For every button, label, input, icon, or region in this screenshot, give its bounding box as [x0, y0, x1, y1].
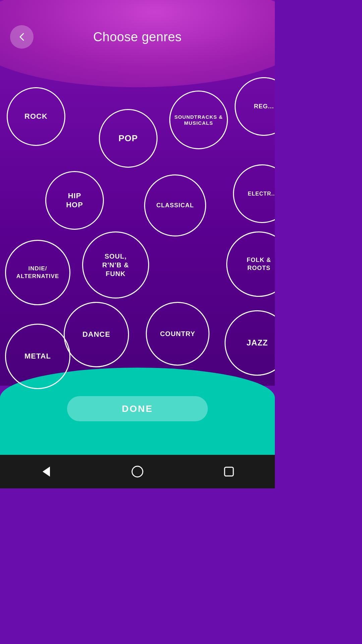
- genre-dance[interactable]: DANCE: [64, 302, 129, 367]
- genre-soul[interactable]: SOUL,R'N'B &FUNK: [82, 231, 149, 299]
- genre-jazz[interactable]: JAZZ: [225, 310, 275, 376]
- done-button[interactable]: DONE: [67, 396, 208, 421]
- genre-reggae[interactable]: REG...: [235, 77, 275, 136]
- bubbles-area: ROCK POP SOUNDTRACKS & MUSICALS REG... H…: [0, 67, 275, 386]
- genre-rock[interactable]: ROCK: [7, 87, 65, 146]
- svg-rect-2: [225, 467, 233, 476]
- genre-pop[interactable]: POP: [99, 109, 158, 168]
- app-container: Choose genres ROCK POP SOUNDTRACKS & MUS…: [0, 0, 275, 488]
- genre-indie[interactable]: INDIE/ALTERNATIVE: [5, 240, 70, 305]
- nav-back-icon[interactable]: [38, 463, 54, 480]
- genre-country[interactable]: COUNTRY: [146, 302, 209, 366]
- nav-recent-icon[interactable]: [221, 463, 237, 480]
- genre-hiphop[interactable]: HIPHOP: [45, 171, 104, 230]
- svg-point-1: [132, 466, 143, 477]
- genre-folk[interactable]: FOLK &ROOTS: [226, 231, 275, 297]
- nav-bar: [0, 455, 275, 488]
- nav-home-icon[interactable]: [129, 463, 146, 480]
- genre-electro[interactable]: ELECTR...: [233, 164, 275, 223]
- svg-marker-0: [43, 467, 50, 477]
- genre-metal[interactable]: METAL: [5, 324, 70, 389]
- page-title: Choose genres: [34, 30, 241, 44]
- genre-soundtracks[interactable]: SOUNDTRACKS & MUSICALS: [169, 91, 228, 149]
- back-button[interactable]: [10, 25, 34, 49]
- genre-classical[interactable]: CLASSICAL: [144, 174, 206, 236]
- header: Choose genres: [0, 0, 275, 60]
